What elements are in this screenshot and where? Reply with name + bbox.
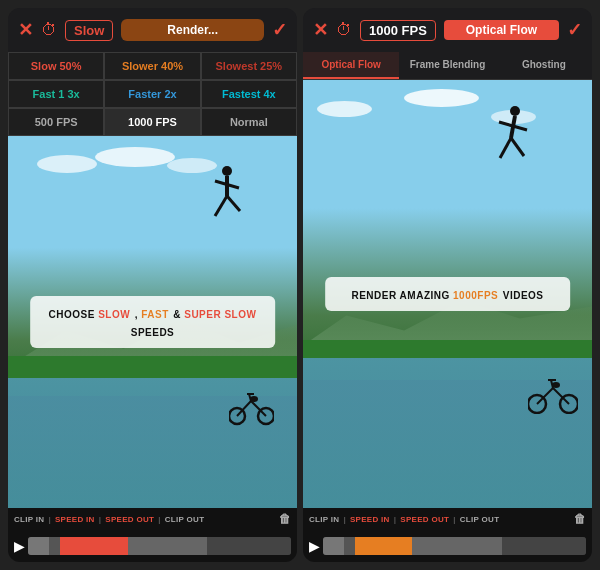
- person-silhouette-left: [210, 166, 245, 221]
- trash-icon-right[interactable]: 🗑: [574, 512, 586, 526]
- speed-slower-40[interactable]: Slower 40%: [104, 52, 200, 80]
- tab-frame-blending[interactable]: Frame Blending: [399, 52, 495, 79]
- speed-fast-3x[interactable]: Fast 1 3x: [8, 80, 104, 108]
- track-seg-2-right: [344, 537, 355, 555]
- trash-icon-left[interactable]: 🗑: [279, 512, 291, 526]
- slow-mode-label[interactable]: Slow: [65, 20, 113, 41]
- track-seg-1-left: [28, 537, 49, 555]
- track-seg-4-right: [412, 537, 501, 555]
- speed-normal[interactable]: Normal: [201, 108, 297, 136]
- promo-1000fps: 1000FPS: [453, 290, 498, 301]
- speed-500fps[interactable]: 500 FPS: [8, 108, 104, 136]
- promo-videos: VIDEOS: [503, 290, 544, 301]
- svg-line-15: [500, 138, 511, 158]
- right-preview: RENDER AMAZING 1000FPS VIDEOS: [303, 80, 592, 508]
- play-button-left[interactable]: ▶: [14, 538, 25, 554]
- speed-1000fps[interactable]: 1000 FPS: [104, 108, 200, 136]
- clip-out-label-right: CLIP OUT: [460, 515, 500, 524]
- clip-in-label-right: CLIP IN: [309, 515, 339, 524]
- track-seg-1-right: [323, 537, 344, 555]
- left-close-button[interactable]: ✕: [18, 21, 33, 39]
- track-seg-4-left: [128, 537, 207, 555]
- left-timeline: ▶: [8, 530, 297, 562]
- speed-in-label-right: SPEED IN: [350, 515, 390, 524]
- method-tabs: Optical Flow Frame Blending Ghosting: [303, 52, 592, 80]
- bike-silhouette-left: [229, 391, 274, 426]
- speed-out-label-right: SPEED OUT: [400, 515, 449, 524]
- svg-line-4: [227, 196, 240, 211]
- svg-point-0: [222, 166, 232, 176]
- promo-choose: CHOOSE: [49, 309, 99, 320]
- svg-point-23: [552, 382, 560, 388]
- right-promo-text: RENDER AMAZING 1000FPS VIDEOS: [325, 277, 571, 311]
- left-header: ✕ ⏱ Slow Render... ✓: [8, 8, 297, 52]
- promo-and: &: [173, 309, 184, 320]
- speed-grid: Slow 50% Slower 40% Slowest 25% Fast 1 3…: [8, 52, 297, 136]
- track-seg-3-right: [355, 537, 413, 555]
- right-timeline: ▶: [303, 530, 592, 562]
- right-panel: ✕ ⏱ 1000 FPS Optical Flow ✓ Optical Flow…: [303, 8, 592, 562]
- track-seg-5-left: [207, 537, 291, 555]
- fps-label[interactable]: 1000 FPS: [360, 20, 436, 41]
- optical-flow-header-label[interactable]: Optical Flow: [444, 20, 559, 40]
- svg-point-12: [510, 106, 520, 116]
- clip-in-label-left: CLIP IN: [14, 515, 44, 524]
- track-seg-2-left: [49, 537, 60, 555]
- left-panel: ✕ ⏱ Slow Render... ✓ Slow 50% Slower 40%…: [8, 8, 297, 562]
- promo-render: RENDER AMAZING: [351, 290, 453, 301]
- bike-silhouette-right: [528, 376, 578, 414]
- play-button-right[interactable]: ▶: [309, 538, 320, 554]
- render-button[interactable]: Render...: [121, 19, 264, 41]
- speed-fastest-4x[interactable]: Fastest 4x: [201, 80, 297, 108]
- promo-speeds: SPEEDS: [131, 327, 175, 338]
- tab-ghosting[interactable]: Ghosting: [496, 52, 592, 79]
- right-close-button[interactable]: ✕: [313, 21, 328, 39]
- left-preview: CHOOSE SLOW , FAST & SUPER SLOW SPEEDS: [8, 136, 297, 508]
- left-check-button[interactable]: ✓: [272, 19, 287, 41]
- right-clip-controls: CLIP IN | SPEED IN | SPEED OUT | CLIP OU…: [303, 508, 592, 530]
- clip-out-label-left: CLIP OUT: [165, 515, 205, 524]
- timeline-track-left[interactable]: [28, 537, 291, 555]
- svg-line-3: [215, 196, 227, 216]
- track-seg-5-right: [502, 537, 586, 555]
- track-seg-3-left: [60, 537, 128, 555]
- speed-faster-2x[interactable]: Faster 2x: [104, 80, 200, 108]
- right-header: ✕ ⏱ 1000 FPS Optical Flow ✓: [303, 8, 592, 52]
- svg-point-11: [250, 396, 258, 402]
- svg-line-16: [511, 138, 524, 156]
- speed-out-label-left: SPEED OUT: [105, 515, 154, 524]
- promo-fast: FAST: [141, 309, 169, 320]
- timer-icon: ⏱: [41, 21, 57, 39]
- speed-in-label-left: SPEED IN: [55, 515, 95, 524]
- tab-optical-flow[interactable]: Optical Flow: [303, 52, 399, 79]
- promo-super: SUPER SLOW: [184, 309, 256, 320]
- left-clip-controls: CLIP IN | SPEED IN | SPEED OUT | CLIP OU…: [8, 508, 297, 530]
- timeline-track-right[interactable]: [323, 537, 586, 555]
- speed-slow-50[interactable]: Slow 50%: [8, 52, 104, 80]
- promo-slow: SLOW: [98, 309, 130, 320]
- left-promo-text: CHOOSE SLOW , FAST & SUPER SLOW SPEEDS: [30, 296, 276, 348]
- timer-icon-right: ⏱: [336, 21, 352, 39]
- right-check-button[interactable]: ✓: [567, 19, 582, 41]
- person-silhouette-right: [496, 106, 534, 164]
- speed-slowest-25[interactable]: Slowest 25%: [201, 52, 297, 80]
